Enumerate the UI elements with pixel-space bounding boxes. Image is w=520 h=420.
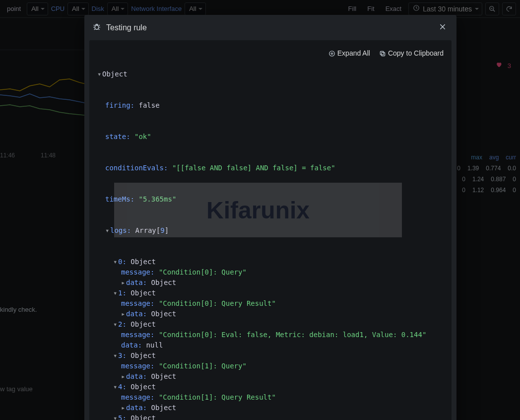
svg-rect-4: [95, 25, 99, 29]
toggle-icon[interactable]: [97, 69, 102, 79]
svg-rect-10: [382, 52, 385, 56]
toggle-icon[interactable]: [105, 225, 110, 236]
toggle-icon[interactable]: [121, 278, 126, 288]
modal-title: Testing rule: [106, 23, 147, 32]
expand-all-button[interactable]: Expand All: [328, 48, 370, 59]
svg-rect-11: [380, 51, 384, 55]
toggle-icon[interactable]: [113, 319, 118, 330]
copy-button[interactable]: Copy to Clipboard: [379, 48, 444, 59]
toggle-icon[interactable]: [113, 288, 118, 298]
testing-rule-modal: Testing rule Expand All Copy to Clipboar…: [84, 15, 456, 420]
toggle-icon[interactable]: [113, 382, 118, 392]
toggle-icon[interactable]: [121, 371, 126, 382]
json-tree: Object firing: false state: "ok" conditi…: [97, 48, 444, 420]
close-button[interactable]: [437, 21, 449, 34]
toggle-icon[interactable]: [113, 350, 118, 361]
bug-icon: [92, 22, 101, 33]
toggle-icon[interactable]: [113, 413, 118, 420]
toggle-icon[interactable]: [113, 257, 118, 267]
toggle-icon[interactable]: [121, 309, 126, 319]
toggle-icon[interactable]: [121, 403, 126, 413]
